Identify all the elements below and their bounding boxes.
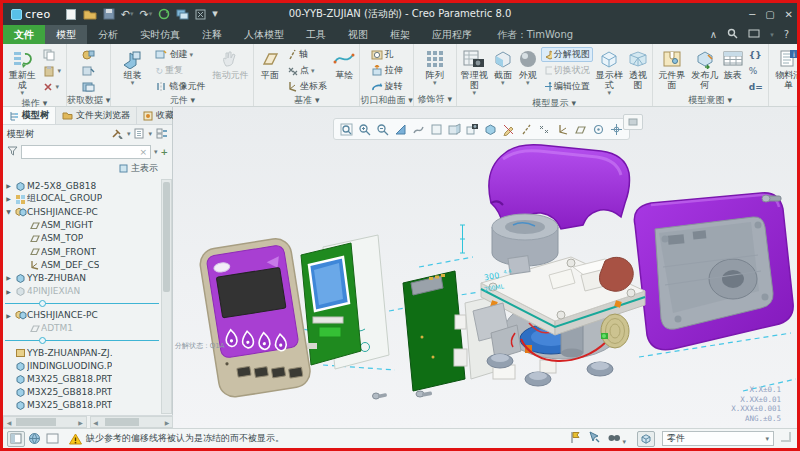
group-label-model-intent[interactable]: 模型意图 ▾	[653, 94, 768, 106]
insert-locator[interactable]	[3, 336, 161, 345]
tab-applications[interactable]: 应用程序	[421, 25, 483, 44]
tree-item[interactable]: JINDINGLUODING.P	[3, 359, 161, 372]
screw-part[interactable]	[416, 391, 432, 397]
resize-grip[interactable]	[781, 432, 791, 442]
tree-horizontal-scrollbar[interactable]: ◀▶ ◀▶	[3, 415, 173, 428]
display-style-button[interactable]: 显示样式 ▾	[594, 46, 625, 97]
named-views-icon[interactable]	[429, 122, 444, 137]
tab-model-tree[interactable]: 模型树	[3, 107, 56, 124]
select-3d-icon[interactable]	[588, 431, 600, 446]
edit-position-button[interactable]: 编辑位置	[541, 79, 593, 94]
utility-caret-icon[interactable]: ▾	[770, 32, 774, 38]
shrinkwrap-button[interactable]	[79, 79, 98, 94]
save-button[interactable]	[103, 6, 115, 22]
tree-item[interactable]: ASM_DEF_CS	[3, 258, 161, 271]
help-icon[interactable]: ?	[784, 29, 789, 40]
family-table-button[interactable]: 族表	[721, 46, 745, 81]
navigator-toggle-button[interactable]	[7, 431, 25, 447]
insert-locator[interactable]	[3, 299, 161, 308]
maximize-button[interactable]: ▢	[765, 9, 774, 20]
tab-framework[interactable]: 框架	[379, 25, 421, 44]
perspective-button[interactable]: 透视图	[626, 46, 650, 91]
zoom-out-icon[interactable]	[375, 122, 390, 137]
tree-item[interactable]: ▶CHSHJIANCE-PC	[3, 309, 161, 322]
axis-display-icon[interactable]	[519, 122, 534, 137]
parameters-button[interactable]: %	[746, 63, 766, 78]
copy-button[interactable]	[40, 47, 64, 62]
axis-button[interactable]: 轴	[284, 47, 330, 62]
flag-icon[interactable]	[570, 431, 581, 446]
spin-center-icon[interactable]	[609, 122, 624, 137]
close-window-button[interactable]	[195, 6, 206, 22]
tree-item[interactable]: YYB-ZHUANPAN-ZJ.	[3, 346, 161, 359]
open-button[interactable]	[83, 6, 97, 22]
screw-part[interactable]	[373, 393, 388, 399]
speaker-disc-part[interactable]	[601, 314, 629, 348]
seal-disc-part[interactable]	[525, 372, 551, 386]
filter-add-icon[interactable]: +	[160, 147, 168, 157]
screen-icon[interactable]	[748, 29, 760, 41]
group-label-cut-surface[interactable]: 切口和曲面 ▾	[360, 94, 412, 106]
main-pcb-part[interactable]	[301, 243, 361, 365]
point-display-icon[interactable]	[537, 122, 552, 137]
tree-item[interactable]: ▶组LOCAL_GROUP	[3, 192, 161, 205]
csys-display-icon[interactable]	[555, 122, 570, 137]
publish-geometry-button[interactable]: 发布几何	[690, 46, 720, 91]
tree-item[interactable]: ADTM1	[3, 322, 161, 335]
tree-filter-input[interactable]: ×	[21, 145, 151, 159]
create-component-button[interactable]: 创建▾	[152, 47, 208, 62]
toolbar-overflow-button[interactable]	[623, 114, 643, 130]
tab-live-simulation[interactable]: 实时仿真	[129, 25, 191, 44]
tab-analysis[interactable]: 分析	[87, 25, 129, 44]
extrude-button[interactable]: 拉伸	[368, 63, 406, 78]
repaint-icon[interactable]	[393, 122, 408, 137]
tree-item[interactable]: M3X25_GB818.PRT	[3, 372, 161, 385]
plane-display-icon[interactable]	[573, 122, 588, 137]
shading-icon[interactable]	[411, 122, 426, 137]
filter-caret[interactable]: ▾	[154, 149, 158, 155]
rear-housing-part[interactable]	[634, 193, 793, 350]
mirror-component-button[interactable]: 镜像元件	[152, 79, 208, 94]
tree-tools-caret[interactable]: ▾	[127, 131, 131, 137]
bom-button[interactable]: i 物料清单	[771, 46, 800, 91]
appearances-button[interactable]: 外观 ▾	[516, 46, 540, 87]
tab-manikin[interactable]: 人体模型	[233, 25, 295, 44]
sketch-button[interactable]: 草绘	[331, 46, 358, 81]
manage-views-button[interactable]: 管理视图 ▾	[459, 46, 490, 97]
group-label-get-data[interactable]: 获取数据 ▾	[67, 94, 110, 106]
tree-settings-caret[interactable]: ▾	[148, 131, 152, 137]
view-manager-icon[interactable]	[447, 122, 462, 137]
new-button[interactable]	[65, 6, 77, 22]
group-label-component[interactable]: 元件 ▾	[111, 94, 253, 106]
group-label-modifiers[interactable]: 修饰符 ▾	[414, 93, 456, 106]
filter-clear-icon[interactable]: ×	[139, 147, 147, 157]
filter-funnel-icon[interactable]	[7, 146, 18, 158]
minimize-button[interactable]: ─	[749, 9, 755, 20]
copy-geometry-button[interactable]	[79, 63, 98, 78]
tree-item[interactable]: ASM_RIGHT	[3, 219, 161, 232]
tree-item[interactable]: ASM_TOP	[3, 232, 161, 245]
tree-item[interactable]: M3X25_GB818.PRT	[3, 386, 161, 399]
tree-item[interactable]: ASM_FRONT	[3, 245, 161, 258]
exploded-view-button[interactable]: 分解视图	[541, 47, 593, 62]
geometry-filter-button[interactable]	[637, 431, 655, 447]
plane-button[interactable]: 平面	[256, 46, 283, 81]
seal-disc-part[interactable]	[587, 362, 613, 376]
tab-tools[interactable]: 工具	[295, 25, 337, 44]
tree-item[interactable]: ▶YYB-ZHUBAN	[3, 271, 161, 284]
filter-mode-select[interactable]: 零件 ▾	[662, 431, 774, 446]
point-button[interactable]: 点▾	[284, 63, 330, 78]
pattern-button[interactable]: 阵列 ▾	[416, 46, 454, 87]
hole-button[interactable]: 孔	[368, 47, 406, 62]
minimize-ribbon-icon[interactable]: ∧	[710, 29, 717, 40]
tree-settings-icon[interactable]	[134, 128, 144, 141]
tab-folder-browser[interactable]: 文件夹浏览器	[56, 107, 137, 124]
windows-button[interactable]	[176, 6, 189, 22]
tree-vertical-scrollbar[interactable]	[161, 179, 172, 414]
tab-file[interactable]: 文件	[3, 25, 45, 44]
udf-button[interactable]	[79, 47, 98, 62]
delete-button[interactable]: ▾	[40, 79, 64, 94]
command-search-icon[interactable]	[727, 28, 738, 41]
tree-item[interactable]: ▼CHSHJIANCE-PC	[3, 205, 161, 218]
graphics-viewport[interactable]: 300 4.4 200ML	[173, 107, 797, 428]
